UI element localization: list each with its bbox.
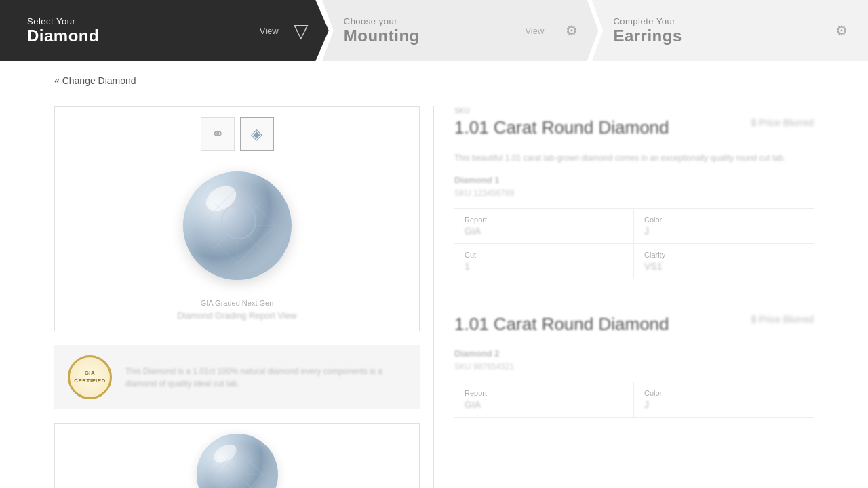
gia-section: GIACERTIFIED This Diamond is a 1.01ct 10…: [54, 345, 420, 409]
step-mounting-view-link[interactable]: View: [525, 26, 544, 36]
detail-price-2: $ Price Blurred: [751, 314, 814, 325]
diamond-card-2: [54, 423, 420, 488]
detail-title-1: 1.01 Carat Round Diamond: [454, 117, 669, 138]
spec-clarity-label: Clarity: [644, 251, 804, 259]
detail-sku-value-2: SKU 987654321: [454, 362, 814, 371]
detail-sku-value-1: SKU 123456789: [454, 188, 814, 198]
detail-header-row-1: 1.01 Carat Round Diamond $ Price Blurred: [454, 117, 814, 144]
spec-report-value: GIA: [465, 226, 623, 237]
detail-diamond-label-1: Diamond 1: [454, 175, 814, 185]
left-column: ⚭ ◈ GIA Graded Nex: [54, 106, 434, 488]
detail-sku-label-1: SKU: [454, 106, 814, 115]
diamond-image-2: [55, 424, 419, 488]
spec-color-1: Color J: [634, 209, 814, 244]
spec-color-value: J: [644, 226, 804, 237]
detail-price-1: $ Price Blurred: [751, 117, 814, 128]
diamond-thumb-icon: ◈: [251, 125, 262, 143]
diamond-step-icon: ▽: [294, 20, 309, 42]
thumbnail-diamond[interactable]: ◈: [240, 117, 274, 151]
breadcrumb-step-mounting[interactable]: Choose your Mounting View ⚙: [317, 0, 599, 61]
spec-clarity-value: VS1: [644, 261, 804, 272]
breadcrumb-step-earrings[interactable]: Complete Your Earrings ⚙: [586, 0, 868, 61]
thumbnail-earring[interactable]: ⚭: [201, 117, 235, 151]
earrings-step-icon: ⚙: [835, 22, 848, 39]
diamond-card-1: ⚭ ◈ GIA Graded Nex: [54, 106, 420, 331]
spec-report-2-label: Report: [465, 389, 623, 397]
detail-section-1: SKU 1.01 Carat Round Diamond $ Price Blu…: [454, 106, 814, 293]
main-content: « Change Diamond ⚭ ◈: [0, 61, 868, 488]
gia-seal-text: GIACERTIFIED: [74, 370, 106, 384]
spec-cut-label: Cut: [465, 251, 623, 259]
step-mounting-subtitle: Choose your: [344, 16, 420, 26]
spec-color-2-label: Color: [644, 389, 804, 397]
spec-report-2: Report GIA: [454, 382, 634, 418]
diamond-thumbnails: ⚭ ◈: [55, 107, 419, 158]
step-mounting-title: Mounting: [344, 26, 420, 45]
specs-grid-2: Report GIA Color J: [454, 382, 814, 418]
spec-clarity-1: Clarity VS1: [634, 244, 814, 279]
spec-report-label: Report: [465, 216, 623, 224]
diamond-gem-small: [197, 434, 278, 488]
diamond-image-1: [55, 158, 419, 293]
detail-section-2: 1.01 Carat Round Diamond $ Price Blurred…: [454, 314, 814, 418]
diamond-report-label-1: Diamond Grading Report View: [55, 310, 419, 331]
content-grid: ⚭ ◈ GIA Graded Nex: [54, 106, 814, 488]
spec-report-2-value: GIA: [465, 399, 623, 410]
spec-color-2-value: J: [644, 399, 804, 410]
step-diamond-text: Select Your Diamond: [27, 16, 99, 45]
step-diamond-view-link[interactable]: View: [260, 26, 279, 36]
detail-description-1: This beautiful 1.01 carat lab-grown diam…: [454, 152, 814, 165]
spec-color-label: Color: [644, 216, 804, 224]
step-earrings-text: Complete Your Earrings: [613, 16, 682, 45]
right-column: SKU 1.01 Carat Round Diamond $ Price Blu…: [434, 106, 814, 488]
specs-grid-1: Report GIA Color J Cut 1 Clarity VS1: [454, 208, 814, 279]
step-diamond-title: Diamond: [27, 26, 99, 45]
breadcrumb-bar: Select Your Diamond View ▽ Choose your M…: [0, 0, 868, 61]
detail-header-row-2: 1.01 Carat Round Diamond $ Price Blurred: [454, 314, 814, 340]
gia-description: This Diamond is a 1.01ct 100% natural di…: [125, 365, 406, 390]
step-earrings-title: Earrings: [613, 26, 682, 45]
breadcrumb-step-diamond[interactable]: Select Your Diamond View ▽: [0, 0, 329, 61]
change-diamond-link[interactable]: « Change Diamond: [54, 75, 136, 86]
step-diamond-subtitle: Select Your: [27, 16, 99, 26]
spec-cut-value: 1: [465, 261, 623, 272]
spec-cut-1: Cut 1: [454, 244, 634, 279]
diamond-gem-large: [183, 171, 292, 280]
spec-report-1: Report GIA: [454, 209, 634, 244]
mounting-step-icon: ⚙: [566, 22, 578, 39]
earring-thumb-icon: ⚭: [212, 125, 224, 143]
detail-title-2: 1.01 Carat Round Diamond: [454, 314, 669, 335]
gia-seal: GIACERTIFIED: [68, 355, 112, 399]
detail-diamond-label-2: Diamond 2: [454, 348, 814, 359]
step-mounting-text: Choose your Mounting: [344, 16, 420, 45]
spec-color-2: Color J: [634, 382, 814, 418]
diamond-caption-1: GIA Graded Next Gen: [55, 293, 419, 310]
step-earrings-subtitle: Complete Your: [613, 16, 682, 26]
